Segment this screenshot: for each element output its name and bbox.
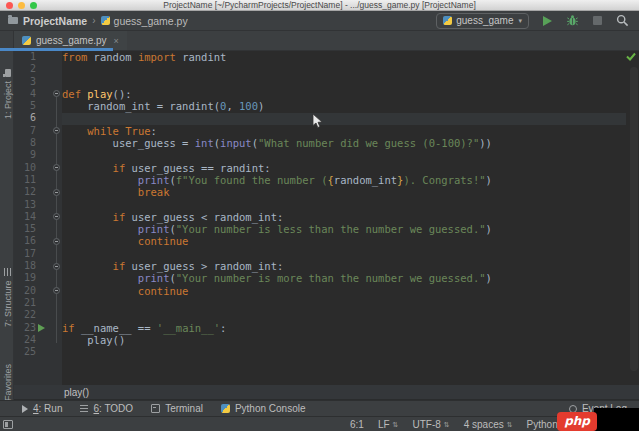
left-tool-window-strip: 1: Project 7: Structure 2: Favorites — [0, 31, 14, 400]
terminal-tool-label: Terminal — [165, 403, 203, 414]
code-line[interactable] — [62, 199, 492, 211]
code-line[interactable]: user_guess = int(input("What number did … — [62, 137, 492, 149]
active-tab-underline — [0, 48, 113, 51]
code-line[interactable]: print("Your number is more than the numb… — [62, 272, 492, 284]
project-tool-label: 1: Project — [3, 81, 13, 119]
line-number: 5 — [14, 100, 62, 112]
tool-window-run[interactable]: 4: Run — [22, 403, 62, 414]
editor-scrollbar[interactable] — [630, 67, 638, 371]
code-line[interactable]: print("Your number is less than the numb… — [62, 223, 492, 235]
fold-marker[interactable] — [53, 238, 60, 245]
editor-tab-label: guess_game.py — [36, 35, 107, 46]
code-line[interactable]: random_int = randint(0, 100) — [62, 100, 492, 112]
python-file-icon — [22, 36, 31, 45]
line-separator-indicator[interactable]: LF — [378, 419, 399, 430]
code-line[interactable]: if user_guess > random_int: — [62, 260, 492, 272]
code-line[interactable]: continue — [62, 235, 492, 247]
title-bar: ProjectName [~/PycharmProjects/ProjectNa… — [0, 0, 639, 11]
code-line[interactable]: play() — [62, 334, 492, 346]
stop-button[interactable] — [593, 16, 602, 25]
breadcrumb-file[interactable]: guess_game.py — [114, 15, 188, 27]
watermark-php-logo: php — [557, 412, 597, 431]
code-line[interactable]: while True: — [62, 125, 492, 137]
tool-window-bar: 4: Run 6: TODO Terminal Python Console E… — [0, 400, 639, 416]
tool-window-todo[interactable]: 6: TODO — [80, 403, 133, 414]
code-lines[interactable]: from random import randintdef play(): ra… — [62, 51, 492, 358]
line-number: 21 — [14, 297, 62, 309]
updown-icon — [507, 421, 513, 429]
close-icon[interactable] — [114, 36, 119, 46]
indent-indicator[interactable]: 4 spaces — [464, 419, 513, 430]
python-icon — [443, 16, 452, 25]
run-tool-label: 4: Run — [33, 403, 62, 414]
code-line[interactable] — [62, 309, 492, 321]
tool-window-python-console[interactable]: Python Console — [221, 403, 306, 414]
play-icon — [543, 16, 552, 26]
code-line[interactable] — [62, 63, 492, 75]
close-window-button[interactable] — [6, 2, 13, 9]
line-number: 19 — [14, 272, 62, 284]
chevron-down-icon — [518, 17, 522, 25]
line-number: 8 — [14, 137, 62, 149]
project-folder-icon — [8, 17, 18, 24]
breadcrumb-project[interactable]: ProjectName — [23, 15, 87, 27]
code-line[interactable] — [62, 76, 492, 88]
run-tool-icon — [22, 405, 28, 413]
tool-window-terminal[interactable]: Terminal — [151, 403, 203, 414]
window-controls[interactable] — [6, 2, 37, 9]
run-line-gutter-icon[interactable] — [38, 324, 45, 332]
line-number: 2 — [14, 63, 62, 75]
code-editor[interactable]: 1234567891011121314151617181920212223242… — [14, 51, 639, 385]
bug-icon — [566, 14, 579, 27]
code-line[interactable] — [62, 248, 492, 260]
encoding-indicator[interactable]: UTF-8 — [412, 419, 449, 430]
window-title: ProjectName [~/PycharmProjects/ProjectNa… — [163, 0, 476, 10]
navigation-toolbar: ProjectName guess_game.py guess_game — [0, 11, 639, 31]
breadcrumb-function[interactable]: play() — [64, 387, 89, 398]
line-number: 1 — [14, 51, 62, 63]
fold-marker[interactable] — [53, 189, 60, 196]
run-configuration-label: guess_game — [456, 15, 513, 26]
code-line[interactable] — [62, 149, 492, 161]
code-line[interactable]: print(f"You found the number ({random_in… — [62, 174, 492, 186]
code-line[interactable]: def play(): — [62, 88, 492, 100]
debug-button[interactable] — [566, 14, 579, 27]
maximize-window-button[interactable] — [30, 2, 37, 9]
code-line[interactable] — [62, 112, 492, 124]
structure-tool-label: 7: Structure — [3, 280, 13, 327]
code-line[interactable]: if user_guess < random_int: — [62, 211, 492, 223]
code-line[interactable]: break — [62, 186, 492, 198]
code-line[interactable]: continue — [62, 285, 492, 297]
line-number: 22 — [14, 309, 62, 321]
python-icon — [221, 404, 230, 413]
inspections-ok-icon[interactable] — [626, 52, 636, 61]
mouse-cursor — [312, 113, 323, 129]
updown-icon — [393, 421, 399, 429]
structure-icon — [4, 268, 11, 276]
code-line[interactable] — [62, 297, 492, 309]
run-configuration-select[interactable]: guess_game — [436, 13, 529, 29]
terminal-icon — [151, 404, 160, 413]
run-button[interactable] — [543, 16, 552, 26]
line-number: 17 — [14, 248, 62, 260]
fold-marker[interactable] — [53, 263, 60, 270]
tool-button-project[interactable]: 1: Project — [2, 69, 13, 119]
caret-position[interactable]: 6:1 — [350, 419, 364, 430]
line-number: 24 — [14, 334, 62, 346]
tool-window-toggle-icon[interactable] — [3, 420, 13, 429]
search-everywhere-button[interactable] — [616, 14, 629, 27]
code-line[interactable]: if __name__ == '__main__': — [62, 322, 492, 334]
todo-tool-label: 6: TODO — [93, 403, 133, 414]
code-line[interactable]: if user_guess == randint: — [62, 162, 492, 174]
python-console-tool-label: Python Console — [235, 403, 306, 414]
python-file-icon — [101, 16, 110, 25]
code-line[interactable]: from random import randint — [62, 51, 492, 63]
todo-list-icon — [80, 405, 88, 412]
code-line[interactable] — [62, 346, 492, 358]
tool-button-structure[interactable]: 7: Structure — [2, 268, 13, 327]
line-number: 13 — [14, 199, 62, 211]
line-number: 6 — [14, 112, 62, 124]
stop-icon — [593, 16, 602, 25]
minimize-window-button[interactable] — [18, 2, 25, 9]
chevron-right-icon — [92, 15, 95, 26]
